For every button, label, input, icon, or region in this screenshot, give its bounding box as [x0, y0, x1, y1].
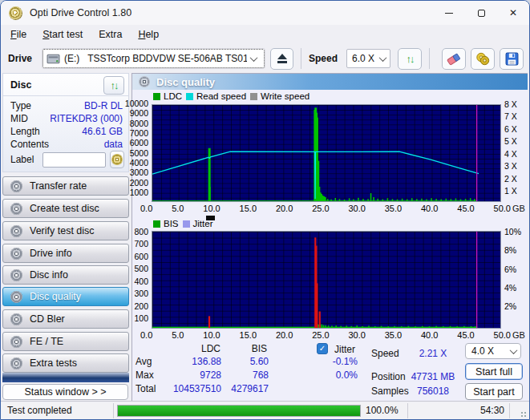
- max-jitter-value: 0.0%: [293, 370, 358, 381]
- cursor-artifact: [206, 216, 215, 220]
- status-window-button[interactable]: Status window > >: [2, 384, 128, 400]
- disc-type-row: Type BD-R DL: [10, 100, 123, 111]
- menubar: File Start test Extra Help: [2, 25, 167, 44]
- toolbar: Drive (E:) TSSTcorp BDDVDW SE-506AB TS01…: [1, 44, 529, 73]
- sidebar-item-disc-info[interactable]: Disc info: [2, 265, 129, 285]
- main-panel: Disc quality LDCRead speedWrite speed 10…: [131, 73, 528, 401]
- start-part-button[interactable]: Start part: [465, 383, 523, 400]
- top-chart-x-unit: GB: [512, 204, 525, 213]
- avg-ldc-value: 136.88: [148, 356, 221, 367]
- disc-icon: [10, 357, 22, 370]
- statusbar: Test completed 100.0% 54:30: [1, 402, 529, 419]
- sidebar-item-drive-info[interactable]: Drive info: [2, 244, 129, 263]
- disc-panel-title: Disc: [10, 79, 31, 91]
- app-disc-icon: [9, 6, 22, 20]
- top-chart-y-axis-right: 8 X7 X6 X5 X4 X3 X2 X1 X: [504, 100, 527, 196]
- menu-help[interactable]: Help: [130, 26, 167, 42]
- sidebar-item-extra-tests[interactable]: Extra tests: [2, 353, 129, 373]
- samples-stat-label: Samples: [371, 386, 409, 397]
- sidebar-item-label: Create test disc: [30, 203, 99, 214]
- disc-length-label: Length: [10, 126, 40, 137]
- eraser-icon: [447, 52, 462, 66]
- chevron-down-icon: [510, 346, 518, 354]
- disc-label-input[interactable]: [42, 152, 106, 168]
- gold-disc-icon: [111, 154, 123, 165]
- disc-icon: [10, 313, 22, 325]
- drive-icon: [47, 53, 60, 65]
- total-ldc-value: 104537510: [148, 383, 221, 394]
- panel-header: Disc quality: [132, 74, 528, 90]
- sidebar-item-label: Transfer rate: [30, 180, 87, 192]
- start-full-button[interactable]: Start full: [465, 363, 523, 380]
- top-chart-y-axis-left: 1000090008000700060005000400030002000100…: [132, 99, 148, 197]
- refresh-arrows-icon: ↑↓: [407, 54, 414, 64]
- avg-jitter-value: -0.1%: [293, 356, 358, 367]
- sidebar-item-label: Disc info: [30, 269, 68, 281]
- status-message: Test completed: [7, 405, 72, 416]
- bottom-chart-plot: [152, 231, 501, 329]
- sidebar-item-fe-te[interactable]: FE / TE: [2, 332, 129, 351]
- disc-copy-button[interactable]: [471, 48, 495, 70]
- stats-col-bis: BIS: [227, 343, 267, 354]
- sidebar-item-transfer-rate[interactable]: Transfer rate: [2, 176, 129, 196]
- save-floppy-icon: [505, 52, 519, 66]
- disc-mid-row: MID RITEKDR3 (000): [10, 113, 123, 124]
- sidebar-item-disc-quality[interactable]: Disc quality: [2, 287, 129, 306]
- top-chart-plot: [152, 104, 501, 202]
- sidebar-bottom-strip: [2, 373, 129, 382]
- bottom-chart-legend: BISJitter: [153, 219, 212, 228]
- sidebar-item-label: Extra tests: [30, 357, 77, 369]
- progress-bar: [117, 405, 361, 417]
- disc-icon: [10, 336, 22, 348]
- sidebar-item-label: Drive info: [30, 248, 72, 259]
- top-chart-x-axis: 0.05.010.015.020.025.030.035.040.045.050…: [140, 204, 511, 213]
- divider: [1, 401, 529, 402]
- erase-disc-button[interactable]: [442, 48, 466, 70]
- test-speed-select[interactable]: 4.0 X: [465, 343, 521, 359]
- minimize-button[interactable]: [433, 1, 465, 25]
- drive-select[interactable]: (E:) TSSTcorp BDDVDW SE-506AB TS01: [42, 49, 265, 68]
- progress-percent: 100.0%: [366, 405, 399, 416]
- resize-grip[interactable]: [520, 411, 527, 418]
- sidebar-item-verify-test-disc[interactable]: Verify test disc: [2, 221, 129, 240]
- eject-icon: [277, 54, 287, 59]
- sidebar-item-label: FE / TE: [30, 336, 63, 347]
- write-label-button[interactable]: [110, 151, 124, 168]
- speed-stat-value: 2.21 X: [405, 348, 461, 359]
- close-button[interactable]: ✕: [497, 1, 529, 25]
- jitter-label: Jitter: [334, 344, 355, 355]
- save-button[interactable]: [500, 48, 524, 70]
- menu-start-test[interactable]: Start test: [34, 26, 91, 42]
- bottom-chart-x-unit: GB: [512, 330, 525, 340]
- elapsed-time: 54:30: [434, 405, 504, 416]
- menu-file[interactable]: File: [2, 26, 34, 42]
- menu-extra[interactable]: Extra: [91, 26, 130, 42]
- maximize-button[interactable]: [465, 1, 497, 25]
- app-window: Opti Drive Control 1.80 ✕ File Start tes…: [0, 0, 530, 420]
- titlebar: Opti Drive Control 1.80 ✕: [1, 1, 529, 25]
- position-stat-value: 47731 MB: [405, 371, 461, 382]
- chevron-down-icon: [379, 54, 387, 62]
- bottom-chart-x-axis: 0.05.010.015.020.025.030.035.040.045.050…: [140, 330, 511, 340]
- bottom-chart-series: [152, 232, 500, 328]
- sidebar-item-create-test-disc[interactable]: Create test disc: [2, 199, 129, 218]
- disc-mid-value: RITEKDR3 (000): [50, 113, 123, 124]
- disc-icon: [10, 203, 22, 215]
- avg-bis-value: 5.60: [229, 356, 269, 367]
- window-title: Opti Drive Control 1.80: [30, 7, 131, 18]
- max-bis-value: 768: [229, 370, 269, 381]
- test-speed-value: 4.0 X: [471, 345, 507, 357]
- disc-contents-label: Contents: [10, 139, 49, 150]
- speed-select[interactable]: 6.0 X: [346, 49, 390, 68]
- sidebar-item-label: Verify test disc: [30, 225, 95, 236]
- jitter-checkbox[interactable]: ✓: [317, 343, 328, 354]
- drive-label: Drive: [8, 53, 32, 64]
- toolbar-separator: [429, 48, 430, 69]
- disc-icon: [10, 291, 22, 303]
- sidebar-item-cd-bler[interactable]: CD Bler: [2, 309, 129, 329]
- samples-stat-value: 756018: [405, 386, 461, 397]
- refresh-disc-button[interactable]: ↑↓: [103, 76, 124, 95]
- max-ldc-value: 9728: [148, 370, 221, 381]
- refresh-drives-button[interactable]: ↑↓: [398, 48, 422, 70]
- eject-button[interactable]: [270, 48, 293, 70]
